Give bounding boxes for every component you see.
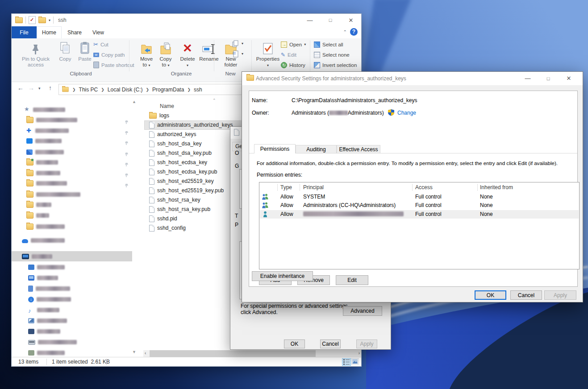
copy-button[interactable]: Copy — [56, 40, 74, 62]
sidebar-item[interactable] — [26, 190, 80, 199]
sidebar-item[interactable] — [26, 158, 58, 167]
sidebar-item[interactable]: ★ — [24, 105, 65, 114]
cut-button[interactable]: ✂Cut — [93, 40, 108, 49]
sidebar-item[interactable] — [26, 200, 51, 209]
sidebar-item[interactable]: ♪ — [28, 306, 59, 315]
file-row[interactable]: ssh_host_ed25519_key — [144, 177, 214, 186]
files-horizontal-scrollbar[interactable]: ‹ › — [143, 350, 361, 357]
tab-home[interactable]: Home — [37, 26, 62, 38]
permission-entry-row[interactable]: AllowSYSTEMFull controlNone — [260, 193, 579, 202]
select-all-button[interactable]: Select all — [314, 40, 343, 49]
file-row[interactable]: ssh_host_ecdsa_key — [144, 158, 207, 167]
sidebar-item[interactable] — [28, 284, 70, 293]
file-row[interactable]: ssh_host_ecdsa_key.pub — [144, 167, 217, 177]
breadcrumb-local-disk[interactable]: Local Disk (C:) — [108, 87, 143, 93]
sidebar-item[interactable] — [26, 116, 77, 124]
paste-shortcut-button[interactable]: Paste shortcut — [93, 61, 134, 69]
tab-effective-access[interactable]: Effective Access — [337, 145, 380, 153]
copy-to-button[interactable]: Copyto ▾ — [157, 40, 175, 68]
breadcrumb-this-pc[interactable]: This PC — [79, 87, 98, 93]
large-icons-view-button[interactable] — [351, 358, 360, 366]
tab-auditing[interactable]: Auditing — [296, 145, 337, 153]
permission-entry-row[interactable]: AllowAdministrators (CC-HQ\Administrator… — [260, 201, 579, 210]
sidebar-item[interactable] — [26, 148, 64, 157]
permission-entry-row[interactable]: AllowFull controlNone — [260, 210, 579, 219]
properties-button[interactable]: Properties▾ — [255, 40, 280, 68]
sidebar-item[interactable] — [28, 327, 60, 336]
sidebar-item[interactable]: ↓ — [28, 295, 71, 304]
move-to-button[interactable]: Moveto ▾ — [138, 40, 155, 68]
details-view-button[interactable] — [342, 358, 351, 366]
sidebar-item[interactable] — [28, 338, 77, 347]
props-ok-button[interactable]: OK — [284, 339, 305, 348]
minimize-ribbon-icon[interactable]: ⌃ — [343, 29, 347, 34]
tab-view[interactable]: View — [88, 26, 109, 38]
tab-share[interactable]: Share — [63, 26, 86, 38]
sidebar-item[interactable] — [28, 263, 65, 272]
forward-icon[interactable]: → — [28, 84, 34, 91]
easy-access-button[interactable]: ▾ — [232, 50, 243, 58]
back-icon[interactable]: ← — [17, 84, 24, 91]
dialog-maximize-button[interactable]: □ — [538, 72, 559, 85]
file-row[interactable]: logs — [144, 111, 169, 120]
sidebar-item[interactable] — [26, 137, 62, 145]
props-cancel-button[interactable]: Cancel — [320, 339, 341, 348]
file-row[interactable]: ssh_host_dsa_key.pub — [144, 149, 212, 158]
owner-label: Owner: — [252, 110, 269, 116]
pin-to-quick-access-button[interactable]: Pin to Quickaccess — [16, 40, 55, 68]
sidebar-item[interactable] — [22, 252, 52, 261]
sidebar-item[interactable]: ✚ — [26, 126, 69, 135]
delete-button[interactable]: ✕ Delete▾ — [178, 40, 197, 68]
file-row[interactable]: ssh_host_ed25519_key.pub — [144, 186, 224, 195]
maximize-button[interactable]: □ — [320, 14, 341, 26]
file-row[interactable]: ssh_host_rsa_key.pub — [144, 205, 210, 214]
close-button[interactable]: ✕ — [341, 14, 361, 26]
sidebar-item[interactable] — [26, 169, 60, 178]
new-item-button[interactable]: ▾ — [232, 39, 243, 48]
dialog-cancel-button[interactable]: Cancel — [510, 290, 542, 300]
sidebar-item[interactable] — [28, 348, 65, 357]
minimize-button[interactable]: — — [300, 14, 320, 26]
qat-properties-icon[interactable]: ✓ — [29, 16, 36, 24]
qat-newfolder-icon[interactable] — [38, 17, 46, 23]
rename-button[interactable]: Rename — [198, 40, 220, 62]
change-owner-link[interactable]: Change — [397, 110, 416, 116]
advanced-security-dialog: Advanced Security Settings for administr… — [242, 71, 583, 302]
invert-selection-button[interactable]: Invert selection — [314, 61, 357, 69]
sidebar-item[interactable] — [26, 179, 67, 188]
sidebar-scrollbar[interactable]: ▲ ▼ — [130, 99, 138, 355]
sidebar-item[interactable] — [28, 273, 58, 282]
history-button[interactable]: ↻History — [281, 61, 305, 69]
breadcrumb-ssh[interactable]: ssh — [194, 87, 202, 93]
file-row[interactable]: administrators_authorized_keys — [144, 120, 233, 130]
dialog-ok-button[interactable]: OK — [475, 290, 506, 300]
file-row[interactable]: sshd.pid — [144, 214, 177, 223]
dialog-minimize-button[interactable]: — — [517, 72, 538, 85]
file-row[interactable]: ssh_host_dsa_key — [144, 139, 201, 149]
sidebar-item[interactable] — [22, 236, 65, 245]
file-row[interactable]: ssh_host_rsa_key — [144, 195, 200, 205]
dialog-close-button[interactable]: ✕ — [559, 72, 579, 85]
file-row[interactable]: authorized_keys — [144, 130, 196, 139]
tab-permissions[interactable]: Permissions — [254, 144, 296, 153]
sidebar-item[interactable] — [26, 211, 49, 220]
advanced-button[interactable]: Advanced — [343, 306, 382, 316]
enable-inheritance-button[interactable]: Enable inheritance — [252, 271, 313, 281]
sidebar-item[interactable] — [28, 316, 67, 325]
open-button[interactable]: →Open▾ — [281, 40, 306, 49]
copy-path-button[interactable]: wCopy path — [93, 50, 125, 59]
edit-button-dialog[interactable]: Edit — [336, 275, 368, 285]
breadcrumb-programdata[interactable]: ProgramData — [152, 87, 184, 93]
sidebar-item[interactable] — [26, 222, 65, 231]
file-row[interactable]: sshd_config — [144, 223, 186, 233]
up-icon[interactable]: ↑ — [49, 84, 52, 91]
qat-customize-icon[interactable]: ▾ — [49, 18, 50, 22]
tab-file[interactable]: File — [12, 26, 37, 38]
dialog-apply-button[interactable]: Apply — [544, 290, 576, 300]
props-apply-button[interactable]: Apply — [356, 339, 377, 348]
recent-locations-icon[interactable]: ▾ — [38, 86, 41, 91]
help-icon[interactable]: ? — [350, 28, 358, 36]
edit-button[interactable]: ✎Edit — [281, 50, 296, 59]
paste-button[interactable]: Paste — [75, 40, 95, 62]
select-none-button[interactable]: Select none — [314, 50, 350, 59]
